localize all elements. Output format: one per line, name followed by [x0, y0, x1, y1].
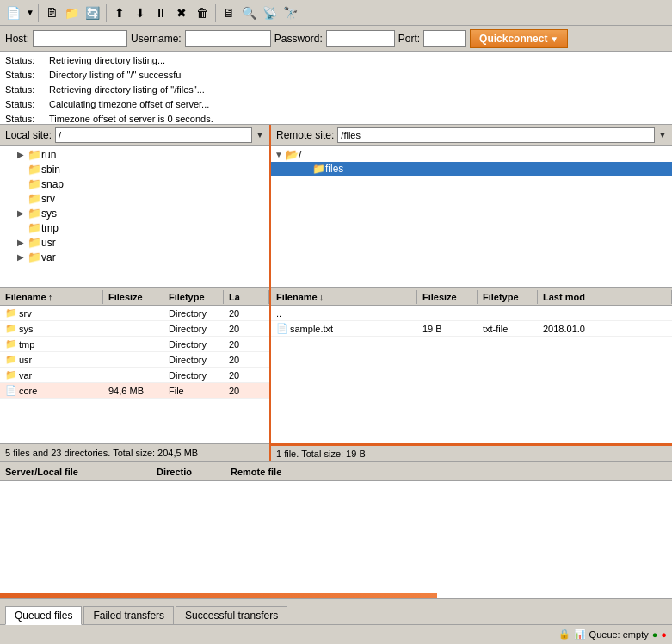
toolbar-clear-icon[interactable]: 🗑	[193, 3, 212, 22]
folder-icon: 📁	[5, 338, 17, 350]
local-status-bar: 5 files and 23 directories. Total size: …	[0, 443, 269, 461]
toolbar-cancel-icon[interactable]: ✖	[172, 3, 191, 22]
local-file-row[interactable]: 📁sys Directory 20	[0, 321, 269, 337]
folder-icon: 📁	[5, 307, 17, 319]
local-site-bar: Local site: ▼	[0, 125, 269, 146]
toolbar-download-icon[interactable]: ⬇	[131, 3, 150, 22]
tree-arrow-var: ▶	[17, 252, 28, 262]
local-file-row[interactable]: 📁var Directory 20	[0, 368, 269, 383]
remote-path-input[interactable]	[337, 127, 655, 143]
local-col-lastmod[interactable]: La	[224, 290, 269, 304]
username-label: Username:	[131, 33, 182, 45]
local-site-label: Local site:	[5, 129, 52, 141]
tree-label-srv: srv	[41, 193, 55, 205]
remote-col-filetype[interactable]: Filetype	[478, 290, 538, 304]
toolbar-upload-icon[interactable]: ⬆	[110, 3, 129, 22]
tree-item-var[interactable]: ▶ 📁 var	[0, 250, 269, 264]
local-site-dropdown[interactable]: ▼	[256, 130, 264, 139]
remote-site-dropdown[interactable]: ▼	[658, 130, 667, 139]
toolbar-search-icon[interactable]: 🔍	[240, 3, 259, 22]
tree-item-tmp[interactable]: 📁 tmp	[0, 220, 269, 235]
local-file-row-core[interactable]: 📄core 94,6 MB File 20	[0, 383, 269, 399]
tree-label-tmp: tmp	[41, 222, 59, 234]
remote-file-list: Filename ↓ Filesize Filetype Last mod ..…	[271, 288, 672, 443]
transfer-col-remote: Remote file	[231, 467, 667, 477]
local-file-row[interactable]: 📁srv Directory 20	[0, 306, 269, 321]
stats-icon: 📊	[574, 629, 586, 640]
folder-icon: 📁	[5, 354, 17, 365]
folder-icon-run: 📁	[28, 148, 41, 161]
remote-col-lastmod[interactable]: Last mod	[538, 290, 672, 304]
local-col-filename[interactable]: Filename ↑	[0, 290, 103, 304]
main-content: Local site: ▼ ▶ 📁 run 📁 sbin 📁 s	[0, 125, 672, 461]
remote-tree[interactable]: ▼ 📂 / 📁 files	[271, 146, 672, 288]
remote-file-row-dotdot[interactable]: ..	[271, 306, 672, 321]
tab-failed-transfers[interactable]: Failed transfers	[83, 606, 174, 624]
tab-queued-files[interactable]: Queued files	[5, 606, 82, 625]
toolbar-filter-icon[interactable]: 📡	[261, 3, 280, 22]
toolbar-sep-3	[215, 4, 216, 22]
status-red-icon: ●	[661, 629, 667, 640]
status-log: Status: Retrieving directory listing... …	[0, 52, 672, 125]
queue-tabs: Queued files Failed transfers Successful…	[0, 598, 672, 624]
remote-file-rows[interactable]: .. 📄sample.txt 19 B txt-file 2018.01.0	[271, 306, 672, 443]
tree-label-sbin: sbin	[41, 164, 60, 176]
toolbar-open-icon[interactable]: 📁	[63, 3, 82, 22]
status-line-5: Status: Timezone offset of server is 0 s…	[5, 112, 667, 125]
status-green-icon: ●	[652, 629, 658, 640]
remote-col-filesize[interactable]: Filesize	[417, 290, 478, 304]
local-pane: Local site: ▼ ▶ 📁 run 📁 sbin 📁 s	[0, 125, 271, 461]
toolbar-queue-icon[interactable]: ⏸	[151, 3, 170, 22]
host-input[interactable]	[33, 30, 127, 47]
transfer-col-server: Server/Local file	[5, 467, 151, 477]
toolbar-save-icon[interactable]: 🖹	[42, 3, 61, 22]
transfer-panel: Server/Local file Directio Remote file	[0, 461, 672, 598]
local-tree[interactable]: ▶ 📁 run 📁 sbin 📁 snap 📁 srv	[0, 146, 269, 288]
local-col-filetype[interactable]: Filetype	[163, 290, 224, 304]
username-input[interactable]	[185, 30, 271, 47]
tree-item-run[interactable]: ▶ 📁 run	[0, 147, 269, 162]
tree-item-sys[interactable]: ▶ 📁 sys	[0, 206, 269, 220]
tree-label-files: files	[325, 163, 343, 175]
folder-open-icon-root: 📂	[285, 148, 299, 161]
tree-item-root[interactable]: ▼ 📂 /	[271, 147, 672, 162]
connection-bar: Host: Username: Password: Port: Quickcon…	[0, 26, 672, 52]
tree-item-sbin[interactable]: 📁 sbin	[0, 162, 269, 176]
local-status-text: 5 files and 23 directories. Total size: …	[5, 448, 198, 458]
tree-item-srv[interactable]: 📁 srv	[0, 191, 269, 206]
toolbar-siteman-icon[interactable]: 🖥	[219, 3, 238, 22]
local-path-input[interactable]	[55, 127, 252, 143]
bottom-bar: 🔒 📊 Queue: empty ● ●	[0, 624, 672, 643]
toolbar-sep-1	[38, 4, 39, 22]
toolbar-compare-icon[interactable]: 🔭	[281, 3, 300, 22]
folder-icon-usr: 📁	[28, 236, 41, 249]
folder-icon: 📁	[5, 323, 17, 334]
tree-label-snap: snap	[41, 178, 64, 190]
password-input[interactable]	[326, 30, 395, 47]
folder-icon-sys: 📁	[28, 207, 41, 220]
tree-item-snap[interactable]: 📁 snap	[0, 176, 269, 191]
tree-label-sys: sys	[41, 207, 57, 220]
folder-icon-tmp: 📁	[28, 221, 41, 234]
toolbar-new-icon[interactable]: 📄	[3, 3, 22, 22]
local-file-rows[interactable]: 📁srv Directory 20 📁sys Directory 20 📁tmp…	[0, 306, 269, 443]
port-input[interactable]	[423, 30, 466, 47]
remote-file-row-sample[interactable]: 📄sample.txt 19 B txt-file 2018.01.0	[271, 321, 672, 337]
remote-pane: Remote site: ▼ ▼ 📂 / 📁 files Filename ↓	[271, 125, 672, 461]
remote-status-bar: 1 file. Total size: 19 B	[271, 443, 672, 461]
bottom-icons: 🔒 📊 Queue: empty ● ●	[558, 629, 667, 640]
toolbar-refresh-icon[interactable]: 🔄	[83, 3, 102, 22]
remote-col-filename[interactable]: Filename ↓	[271, 290, 417, 304]
folder-icon-snap: 📁	[28, 177, 41, 190]
local-file-row[interactable]: 📁usr Directory 20	[0, 352, 269, 368]
tab-successful-transfers[interactable]: Successful transfers	[176, 606, 287, 624]
tree-arrow-root: ▼	[274, 150, 285, 159]
quickconnect-button[interactable]: Quickconnect	[470, 29, 568, 48]
tree-label-usr: usr	[41, 237, 56, 249]
tree-item-usr[interactable]: ▶ 📁 usr	[0, 235, 269, 250]
local-file-row[interactable]: 📁tmp Directory 20	[0, 337, 269, 352]
tree-item-files[interactable]: 📁 files	[271, 162, 672, 176]
toolbar-new-dropdown[interactable]: ▼	[26, 8, 34, 17]
local-col-filesize[interactable]: Filesize	[103, 290, 163, 304]
progress-bar	[0, 593, 437, 598]
